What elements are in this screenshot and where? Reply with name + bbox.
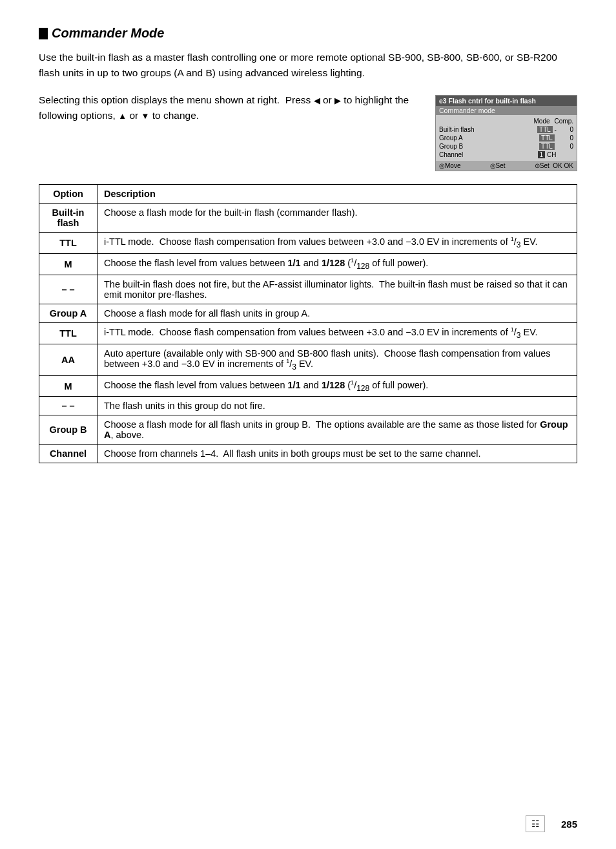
table-row: M Choose the flash level from values bet… <box>39 375 577 397</box>
desc-channel: Choose from channels 1–4. All flash unit… <box>98 445 577 463</box>
option-channel: Channel <box>39 445 98 463</box>
channel-comp <box>559 151 573 158</box>
table-row: Built-inflash Choose a flash mode for th… <box>39 204 577 233</box>
table-row: – – The flash units in this group do not… <box>39 397 577 415</box>
desc-builtin-flash: Choose a flash mode for the built-in fla… <box>98 204 577 233</box>
table-row: TTL i-TTL mode. Choose flash compensatio… <box>39 322 577 344</box>
right-arrow-icon: ▶ <box>334 96 341 105</box>
groupa-label: Group A <box>439 134 535 142</box>
desc-aa: Auto aperture (available only with SB-90… <box>98 344 577 375</box>
option-group-b: Group B <box>39 415 98 445</box>
down-arrow-icon: ▼ <box>141 111 150 121</box>
up-arrow-icon: ▲ <box>118 111 127 121</box>
description-row: Selecting this option displays the menu … <box>39 92 577 171</box>
col-option-header: Option <box>39 185 98 204</box>
option-ttl-1: TTL <box>39 233 98 254</box>
desc-dash-2: The flash units in this group do not fir… <box>98 397 577 415</box>
option-dash-1: – – <box>39 275 98 304</box>
table-row: Group A Choose a flash mode for all flas… <box>39 304 577 322</box>
desc-group-a: Choose a flash mode for all flash units … <box>98 304 577 322</box>
camera-screen: e3 Flash cntrl for built-in flash Comman… <box>435 95 577 171</box>
camera-set-label: ◎Set <box>490 162 506 169</box>
groupb-comp: 0 <box>559 143 573 150</box>
channel-label: Channel <box>439 151 535 158</box>
table-row: – – The built-in flash does not fire, bu… <box>39 275 577 304</box>
table-row: TTL i-TTL mode. Choose flash compensatio… <box>39 233 577 254</box>
description-text: Selecting this option displays the menu … <box>39 92 422 123</box>
col-description-header: Description <box>98 185 577 204</box>
builtin-flash-mode: TTL - <box>535 126 559 133</box>
camera-row-groupb: Group B TTL 0 <box>439 142 573 151</box>
option-group-a: Group A <box>39 304 98 322</box>
camera-comp-header: Comp. <box>554 118 573 125</box>
camera-footer: ◎Move ◎Set ⊙Set OK OK <box>436 161 577 171</box>
to-change-text: to change. <box>152 110 199 121</box>
desc-m-1: Choose the flash level from values betwe… <box>98 253 577 275</box>
groupa-mode: TTL <box>535 134 559 142</box>
option-m-2: M <box>39 375 98 397</box>
options-table: Option Description Built-inflash Choose … <box>39 184 577 463</box>
desc-m-2: Choose the flash level from values betwe… <box>98 375 577 397</box>
section-title: Commander Mode <box>52 26 164 41</box>
table-row: Channel Choose from channels 1–4. All fl… <box>39 445 577 463</box>
desc-ttl-2: i-TTL mode. Choose flash compensation fr… <box>98 322 577 344</box>
camera-row-builtin: Built-in flash TTL - 0 <box>439 125 573 134</box>
desc-dash-1: The built-in flash does not fire, but th… <box>98 275 577 304</box>
builtin-flash-comp: 0 <box>559 126 573 133</box>
camera-screen-title: e3 Flash cntrl for built-in flash <box>436 96 577 106</box>
table-header-row: Option Description <box>39 185 577 204</box>
groupb-label: Group B <box>439 143 535 150</box>
page-contents-icon: ☷ <box>526 815 545 832</box>
intro-paragraph: Use the built-in flash as a master flash… <box>39 50 577 81</box>
table-row: M Choose the flash level from values bet… <box>39 253 577 275</box>
camera-mode-header: Mode <box>529 118 554 125</box>
option-builtin-flash: Built-inflash <box>39 204 98 233</box>
option-m-1: M <box>39 253 98 275</box>
commander-mode-icon <box>39 28 48 39</box>
camera-ok-label: ⊙Set OK OK <box>535 162 573 169</box>
channel-mode: 1 CH <box>535 151 559 158</box>
camera-screen-body: Mode Comp. Built-in flash TTL - 0 Group … <box>436 115 577 161</box>
camera-row-groupa: Group A TTL 0 <box>439 134 573 142</box>
option-aa: AA <box>39 344 98 375</box>
desc-group-b: Choose a flash mode for all flash units … <box>98 415 577 445</box>
section-header: Commander Mode <box>39 26 577 41</box>
camera-row-channel: Channel 1 CH <box>439 151 573 159</box>
camera-move-label: ◎Move <box>439 162 460 169</box>
camera-col-headers: Mode Comp. <box>439 117 573 125</box>
or-text2: or <box>129 110 138 121</box>
camera-screen-subtitle: Commander mode <box>436 106 577 115</box>
groupa-comp: 0 <box>559 134 573 142</box>
option-dash-2: – – <box>39 397 98 415</box>
to-highlight-text: to highlight the <box>344 94 409 105</box>
left-arrow-icon: ◀ <box>314 96 320 105</box>
table-row: Group B Choose a flash mode for all flas… <box>39 415 577 445</box>
table-row: AA Auto aperture (available only with SB… <box>39 344 577 375</box>
desc-ttl-1: i-TTL mode. Choose flash compensation fr… <box>98 233 577 254</box>
option-ttl-2: TTL <box>39 322 98 344</box>
page-number: 285 <box>561 819 577 830</box>
builtin-flash-label: Built-in flash <box>439 126 535 133</box>
or-text: or <box>323 94 332 105</box>
groupb-mode: TTL <box>535 143 559 150</box>
